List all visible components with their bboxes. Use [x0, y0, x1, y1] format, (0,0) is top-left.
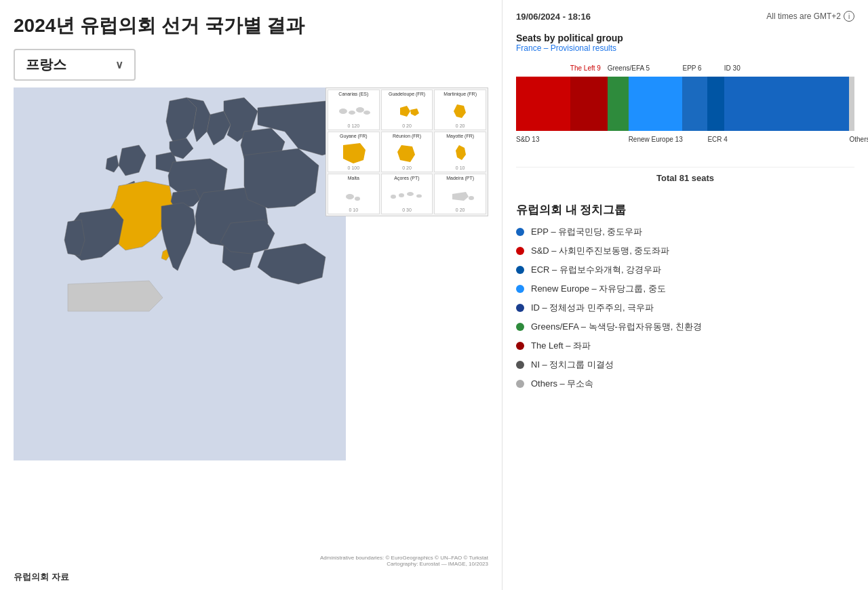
svg-point-8: [399, 193, 404, 197]
left-panel: 2024년 유럽의회 선거 국가별 결과 프랑스 ∨: [0, 0, 502, 590]
political-groups-section: 유럽의회 내 정치그룹 EPP – 유럽국민당, 중도우파 S&D – 사회민주…: [516, 202, 854, 390]
madeira-shape: [440, 182, 481, 208]
canarias-shape: [333, 98, 374, 123]
group-text-1: S&D – 사회민주진보동맹, 중도좌파: [531, 245, 669, 257]
island-acores-label: Açores (PT): [394, 176, 419, 180]
mayotte-shape: [440, 140, 481, 165]
seats-chart-title: Seats by political group: [516, 33, 854, 43]
bar-segment-greens: Greens/EFA 5: [608, 77, 629, 131]
svg-point-5: [346, 194, 354, 199]
island-acores: Açores (PT) 0 30: [381, 174, 433, 214]
bar-label-left: The Left 9: [570, 64, 601, 72]
group-item-7: NI – 정치그룹 미결성: [516, 359, 854, 371]
info-icon[interactable]: i: [844, 11, 854, 22]
group-text-8: Others – 무소속: [531, 378, 593, 390]
island-martinique-label: Martinique (FR): [443, 92, 477, 96]
timestamp-bar: 19/06/2024 - 18:16 All times are GMT+2 i: [516, 11, 854, 22]
svg-point-2: [349, 111, 355, 115]
island-mayotte: Mayotte (FR) 0 10: [434, 132, 486, 172]
svg-point-7: [391, 195, 396, 199]
svg-point-11: [469, 196, 474, 200]
group-item-6: The Left – 좌파: [516, 340, 854, 352]
group-dot-4: [516, 304, 524, 312]
bar-segment-renew: Renew Europe 13: [629, 77, 683, 131]
group-text-7: NI – 정치그룹 미결성: [531, 359, 614, 371]
group-dot-0: [516, 228, 524, 236]
group-text-4: ID – 정체성과 민주주의, 극우파: [531, 302, 654, 314]
country-label: 프랑스: [26, 56, 66, 74]
europe-map: [14, 87, 346, 460]
group-item-5: Greens/EFA – 녹색당-유럽자유동맹, 친환경: [516, 321, 854, 333]
group-text-0: EPP – 유럽국민당, 중도우파: [531, 226, 642, 238]
svg-point-10: [416, 195, 422, 198]
island-canarias: Canarias (ES) 0 120: [328, 90, 380, 130]
group-list: EPP – 유럽국민당, 중도우파 S&D – 사회민주진보동맹, 중도좌파 E…: [516, 226, 854, 390]
svg-point-1: [339, 109, 347, 114]
group-item-1: S&D – 사회민주진보동맹, 중도좌파: [516, 245, 854, 257]
island-malta-label: Malta: [348, 176, 359, 180]
guyane-shape: [333, 140, 374, 165]
map-container: Canarias (ES) 0 120 Guadeloupe (FR) 0 20: [14, 87, 488, 552]
bar-label-others: Others 1: [849, 136, 854, 143]
seats-section: Seats by political group France – Provis…: [516, 33, 854, 194]
island-madeira: Madeira (PT) 0 20: [434, 174, 486, 214]
malta-shape: [333, 182, 374, 208]
group-dot-8: [516, 380, 524, 388]
svg-point-3: [356, 107, 364, 113]
group-dot-7: [516, 361, 524, 369]
total-seats: Total 81 seats: [516, 167, 854, 183]
group-dot-3: [516, 285, 524, 293]
islands-panel: Canarias (ES) 0 120 Guadeloupe (FR) 0 20: [326, 87, 488, 216]
bar-label-ecr: ECR 4: [707, 136, 727, 143]
group-item-4: ID – 정체성과 민주주의, 극우파: [516, 302, 854, 314]
bar-segment-ecr: ECR 4: [707, 77, 724, 131]
reunion-shape: [387, 140, 427, 165]
ep-data-label: 유럽의회 자료: [14, 571, 488, 583]
bar-label-greens: Greens/EFA 5: [608, 64, 650, 72]
group-dot-1: [516, 247, 524, 255]
group-dot-6: [516, 342, 524, 350]
island-reunion: Réunion (FR) 0 20: [381, 132, 433, 172]
island-reunion-label: Réunion (FR): [393, 134, 421, 138]
island-mayotte-label: Mayotte (FR): [446, 134, 474, 138]
bar-segment-epp: EPP 6: [682, 77, 707, 131]
svg-point-4: [363, 111, 370, 115]
bar-segment-id: ID 30: [724, 77, 850, 131]
bar-segment-others: Others 1: [849, 77, 854, 131]
island-madeira-label: Madeira (PT): [446, 176, 474, 180]
island-guadeloupe-label: Guadeloupe (FR): [389, 92, 425, 96]
island-guyane-label: Guyane (FR): [340, 134, 367, 138]
timezone-text: All times are GMT+2: [766, 12, 841, 21]
group-dot-5: [516, 323, 524, 331]
group-text-2: ECR – 유럽보수와개혁, 강경우파: [531, 264, 661, 276]
island-martinique: Martinique (FR) 0 20: [434, 90, 486, 130]
svg-point-6: [355, 197, 360, 201]
chevron-down-icon: ∨: [115, 58, 123, 71]
martinique-shape: [440, 98, 481, 123]
island-guadeloupe: Guadeloupe (FR) 0 20: [381, 90, 433, 130]
timezone-note: All times are GMT+2 i: [766, 11, 854, 22]
acores-shape: [387, 182, 427, 208]
bar-label-id: ID 30: [724, 64, 850, 72]
bar-segment-left: The Left 9: [570, 77, 608, 131]
bar-chart-container: S&D 13 The Left 9 Greens/EFA 5 Renew Eur…: [516, 66, 854, 148]
right-panel: 19/06/2024 - 18:16 All times are GMT+2 i…: [502, 0, 868, 590]
bar-segment-sd: S&D 13: [516, 77, 570, 131]
bar-label-epp: EPP 6: [682, 64, 701, 72]
attribution: Administrative boundaries: © EuroGeograp…: [14, 555, 488, 567]
island-malta: Malta 0 10: [328, 174, 380, 214]
bar-chart: S&D 13 The Left 9 Greens/EFA 5 Renew Eur…: [516, 77, 854, 131]
group-text-6: The Left – 좌파: [531, 340, 591, 352]
group-item-0: EPP – 유럽국민당, 중도우파: [516, 226, 854, 238]
groups-title: 유럽의회 내 정치그룹: [516, 202, 854, 218]
timestamp: 19/06/2024 - 18:16: [516, 12, 591, 22]
group-dot-2: [516, 266, 524, 274]
page-title: 2024년 유럽의회 선거 국가별 결과: [14, 14, 488, 38]
bar-label-sd: S&D 13: [516, 136, 539, 143]
svg-point-9: [407, 192, 414, 196]
group-item-2: ECR – 유럽보수와개혁, 강경우파: [516, 264, 854, 276]
guadeloupe-shape: [387, 98, 427, 123]
seats-chart-subtitle: France – Provisional results: [516, 43, 854, 53]
group-text-3: Renew Europe – 자유당그룹, 중도: [531, 283, 666, 295]
country-selector[interactable]: 프랑스 ∨: [14, 49, 136, 81]
